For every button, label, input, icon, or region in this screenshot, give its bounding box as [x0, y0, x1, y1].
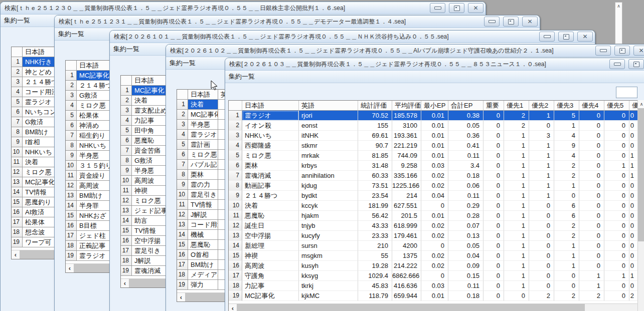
row-number[interactable]: 16: [66, 221, 77, 231]
table-row[interactable]: 18力記事tkrkj45.83416.6360.030.110100100: [229, 281, 638, 291]
table-cell[interactable]: 214: [392, 191, 421, 201]
table-cell[interactable]: 0: [504, 291, 529, 301]
table-cell[interactable]: rjori: [299, 111, 358, 121]
table-cell[interactable]: O首相: [188, 250, 218, 260]
row-number[interactable]: 7: [229, 171, 242, 181]
table-cell[interactable]: 0.36: [448, 131, 484, 141]
row-number[interactable]: 2: [229, 121, 242, 131]
table-cell[interactable]: 0: [579, 161, 604, 171]
row-number[interactable]: 17: [66, 231, 77, 241]
table-cell[interactable]: 1: [554, 121, 579, 131]
row-number[interactable]: 7: [177, 160, 188, 170]
table-cell[interactable]: 0.04: [448, 251, 484, 261]
table-cell[interactable]: 0: [484, 111, 504, 121]
row-number[interactable]: 7: [121, 146, 132, 156]
table-cell[interactable]: 6862.666: [392, 271, 421, 281]
column-header[interactable]: 優先5: [604, 101, 629, 111]
table-cell[interactable]: 9.258: [392, 161, 421, 171]
table-cell[interactable]: 0: [484, 171, 504, 181]
table-cell[interactable]: 0: [484, 191, 504, 201]
table-cell[interactable]: 1: [504, 141, 529, 151]
table-cell[interactable]: 2: [504, 121, 529, 131]
row-number[interactable]: 16: [177, 250, 188, 260]
row-number[interactable]: 12: [229, 221, 242, 231]
table-cell[interactable]: 1: [504, 271, 529, 281]
row-number[interactable]: 8: [177, 170, 188, 180]
row-number[interactable]: 14: [12, 187, 23, 197]
table-cell[interactable]: 0: [421, 241, 448, 251]
table-cell[interactable]: 0.01: [421, 211, 448, 221]
row-number[interactable]: 17: [12, 217, 23, 227]
table-cell[interactable]: 201.5: [392, 211, 421, 221]
table-cell[interactable]: 悪魔恥: [188, 240, 218, 250]
table-cell[interactable]: 0: [604, 201, 629, 211]
table-cell[interactable]: 0: [579, 181, 604, 191]
table-cell[interactable]: 0: [629, 181, 638, 191]
horizontal-scrollbar-thumb[interactable]: [237, 304, 585, 311]
table-cell[interactable]: stkmr: [299, 141, 358, 151]
table-cell[interactable]: ミロク悪: [242, 151, 299, 161]
table-cell[interactable]: 0.01: [421, 121, 448, 131]
table-cell[interactable]: 1: [579, 281, 604, 291]
titlebar[interactable]: 検索[２０２６１０２＿＿質量制御再現公表１．５＿＿ジェド霊界ラジオ再現０．５５＿…: [166, 45, 644, 57]
table-cell[interactable]: 0: [579, 111, 604, 121]
table-cell[interactable]: 0: [629, 121, 638, 131]
table-cell[interactable]: mrkak: [299, 151, 358, 161]
minimize-button[interactable]: [595, 46, 611, 56]
table-cell[interactable]: 0.29: [448, 201, 484, 211]
titlebar[interactable]: 検索[ｔｈｅ２５１２３１＿＿質量制御再現公表１．５＿＿ジェド霊界ラジオ再現０．５…: [55, 16, 540, 28]
row-number[interactable]: 15: [66, 211, 77, 221]
table-cell[interactable]: 0: [604, 291, 629, 301]
table-cell[interactable]: 神禊: [242, 251, 299, 261]
table-cell[interactable]: 西郷隆盛: [242, 141, 299, 151]
table-cell[interactable]: 0.02: [421, 231, 448, 241]
table-cell[interactable]: イオン殺: [242, 121, 299, 131]
table-cell[interactable]: 0: [629, 111, 638, 121]
table-cell[interactable]: 新総理: [242, 241, 299, 251]
table-cell[interactable]: 動画記事: [242, 181, 299, 191]
row-number[interactable]: 11: [12, 157, 23, 167]
row-number[interactable]: 2: [66, 81, 77, 91]
table-cell[interactable]: 2: [504, 111, 529, 121]
table-cell[interactable]: 0: [629, 211, 638, 221]
table-cell[interactable]: 1: [604, 161, 629, 171]
table-cell[interactable]: 0.02: [421, 261, 448, 271]
table-cell[interactable]: tkrkj: [299, 281, 358, 291]
row-number[interactable]: 10: [12, 147, 23, 157]
table-cell[interactable]: 0: [604, 241, 629, 251]
row-number[interactable]: 4: [121, 116, 132, 126]
titlebar[interactable]: 検索[２０２６１０１＿＿質量制御再現公表１．５＿＿ジェド霊界ラジオ再現０．５５＿…: [110, 31, 595, 43]
table-cell[interactable]: 1: [504, 261, 529, 271]
table-cell[interactable]: 半身悪: [188, 120, 218, 130]
table-cell[interactable]: 0: [629, 191, 638, 201]
table-cell[interactable]: 0.02: [421, 171, 448, 181]
column-header[interactable]: 優先6: [629, 101, 638, 111]
table-cell[interactable]: 0: [529, 241, 554, 251]
table-row[interactable]: 12誕生日tnjyb43.33618.9990.020.070102000: [229, 221, 638, 231]
table-cell[interactable]: 0: [484, 221, 504, 231]
table-cell[interactable]: BM助け: [188, 260, 218, 270]
table-cell[interactable]: 0: [529, 121, 554, 131]
row-number[interactable]: 10: [66, 161, 77, 171]
maximize-button[interactable]: [558, 32, 574, 42]
table-row[interactable]: 15神禊msgkm5513750.020.040101000: [229, 251, 638, 261]
table-cell[interactable]: 霊ラジオ: [188, 130, 218, 140]
row-number[interactable]: 6: [66, 121, 77, 131]
column-header[interactable]: 優先4: [579, 101, 604, 111]
table-cell[interactable]: 1: [604, 271, 629, 281]
scroll-left-button[interactable]: ‹: [229, 304, 237, 311]
row-number[interactable]: 7: [66, 131, 77, 141]
table-cell[interactable]: 0: [529, 211, 554, 221]
row-number[interactable]: 3: [229, 131, 242, 141]
table-cell[interactable]: 決着: [242, 201, 299, 211]
table-cell[interactable]: 0.04: [421, 191, 448, 201]
table-cell[interactable]: 0.28: [448, 211, 484, 221]
table-cell[interactable]: kusyh: [299, 261, 358, 271]
table-cell[interactable]: 1: [504, 201, 529, 211]
table-cell[interactable]: 0: [484, 231, 504, 241]
table-cell[interactable]: 0: [579, 141, 604, 151]
table-cell[interactable]: 0.09: [448, 261, 484, 271]
table-cell[interactable]: kksyg: [299, 271, 358, 281]
table-cell[interactable]: 0: [604, 261, 629, 271]
table-cell[interactable]: 1: [629, 271, 638, 281]
